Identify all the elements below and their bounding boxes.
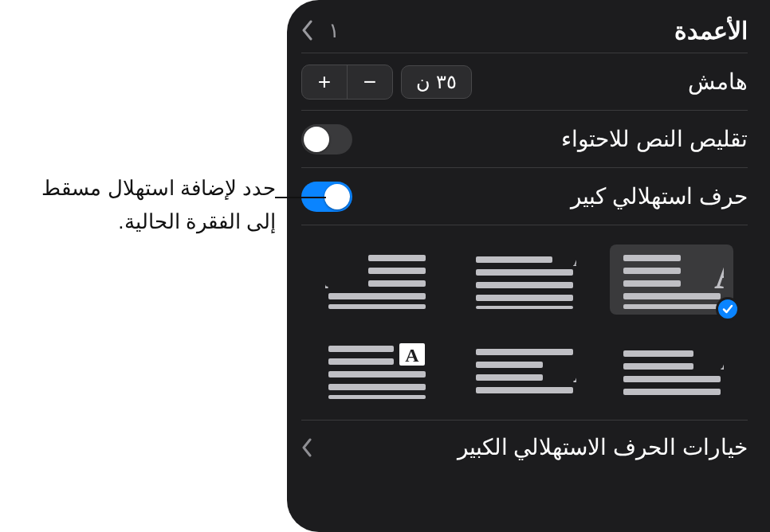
svg-rect-11: [476, 306, 573, 309]
svg-text:A: A: [721, 342, 724, 376]
shrink-text-row: تقليص النص للاحتواء: [301, 110, 748, 167]
svg-rect-17: [328, 304, 426, 309]
shrink-text-toggle[interactable]: [301, 124, 352, 155]
text-format-panel: الأعمدة ١ هامش ٣٥ ن − +: [287, 0, 770, 532]
svg-rect-31: [328, 358, 394, 365]
svg-rect-30: [328, 346, 394, 352]
chevron-left-icon[interactable]: [301, 20, 314, 41]
stepper-divider: [347, 65, 348, 99]
checkmark-icon: [716, 297, 740, 321]
margin-increase-button[interactable]: +: [302, 65, 347, 99]
svg-rect-26: [476, 374, 543, 381]
drop-cap-style-raised-center[interactable]: A: [463, 244, 587, 315]
svg-rect-1: [623, 255, 681, 261]
svg-text:A: A: [714, 248, 724, 298]
drop-cap-options-label: خيارات الحرف الاستهلالي الكبير: [458, 434, 748, 460]
margin-decrease-button[interactable]: −: [348, 65, 392, 99]
svg-text:A: A: [325, 248, 329, 298]
svg-rect-13: [368, 255, 426, 261]
margin-row: هامش ٣٥ ن − +: [301, 53, 748, 110]
margin-stepper: − +: [301, 65, 393, 100]
svg-text:A: A: [573, 248, 576, 271]
svg-rect-10: [476, 295, 573, 301]
svg-rect-27: [476, 387, 573, 393]
svg-rect-2: [623, 268, 681, 274]
drop-cap-style-raised-left[interactable]: A: [316, 244, 439, 315]
svg-rect-33: [328, 384, 426, 390]
margin-label: هامش: [688, 68, 748, 95]
svg-text:A: A: [406, 345, 420, 366]
svg-rect-34: [328, 395, 426, 399]
svg-rect-20: [623, 363, 693, 370]
drop-cap-style-inline-baseline[interactable]: A: [463, 335, 587, 405]
columns-title: الأعمدة: [674, 17, 748, 45]
svg-rect-25: [476, 362, 543, 368]
svg-text:A: A: [573, 350, 576, 390]
chevron-left-icon: [301, 438, 312, 457]
columns-value: ١: [328, 18, 340, 43]
callout-leader-line: [275, 197, 326, 198]
drop-cap-style-raised-right[interactable]: A: [610, 244, 733, 315]
svg-rect-32: [328, 371, 426, 377]
svg-rect-8: [476, 269, 573, 276]
svg-rect-15: [368, 280, 426, 287]
drop-cap-options-row[interactable]: خيارات الحرف الاستهلالي الكبير: [301, 420, 748, 474]
callout-text: حدد لإضافة استهلال مسقط إلى الفقرة الحال…: [13, 172, 276, 238]
margin-value[interactable]: ٣٥ ن: [401, 65, 472, 99]
svg-rect-9: [476, 282, 573, 288]
drop-cap-styles-section: A A: [301, 225, 748, 420]
columns-header-row[interactable]: الأعمدة ١: [301, 8, 748, 53]
svg-rect-24: [476, 349, 573, 355]
drop-cap-label: حرف استهلالي كبير: [571, 183, 748, 209]
svg-rect-16: [328, 293, 426, 299]
svg-rect-18: [623, 350, 693, 357]
svg-rect-21: [623, 376, 721, 382]
drop-cap-row: حرف استهلالي كبير: [301, 167, 748, 225]
svg-rect-5: [623, 304, 721, 309]
svg-rect-3: [623, 280, 681, 287]
svg-rect-4: [623, 293, 721, 299]
svg-rect-7: [476, 256, 552, 263]
drop-cap-style-inline-right[interactable]: A: [610, 335, 733, 405]
svg-rect-14: [368, 268, 426, 274]
svg-rect-22: [623, 389, 721, 395]
drop-cap-style-boxed[interactable]: A: [316, 335, 439, 405]
shrink-text-label: تقليص النص للاحتواء: [561, 126, 748, 152]
